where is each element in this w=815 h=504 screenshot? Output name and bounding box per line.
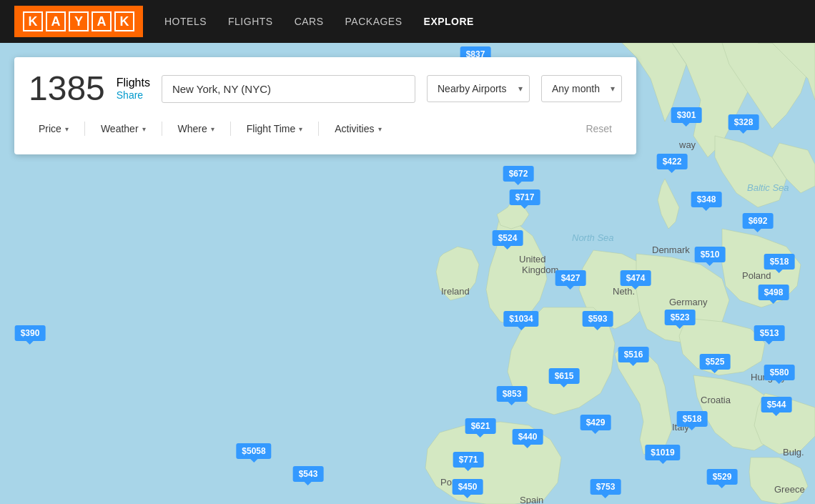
price-badge[interactable]: $390	[15, 325, 46, 341]
price-badge[interactable]: $523	[665, 310, 696, 325]
activities-filter[interactable]: Activities ▾	[325, 117, 391, 140]
price-badge[interactable]: $429	[581, 415, 611, 430]
where-chevron-icon: ▾	[211, 125, 214, 133]
where-label: Where	[178, 123, 207, 134]
price-badge[interactable]: $450	[453, 479, 483, 495]
price-badge[interactable]: $621	[465, 418, 496, 434]
filter-row: Price ▾ Weather ▾ Where ▾ Flight Time ▾ …	[29, 117, 622, 140]
search-panel: 1385 Flights Share Nearby Airports Any m…	[14, 57, 636, 154]
price-badge[interactable]: $498	[759, 285, 789, 300]
nav-hotels[interactable]: HOTELS	[164, 16, 207, 27]
activities-chevron-icon: ▾	[378, 125, 382, 133]
price-badge[interactable]: $753	[591, 479, 621, 495]
logo-y: Y	[69, 11, 89, 31]
reset-button[interactable]: Reset	[576, 117, 622, 140]
price-badge[interactable]: $525	[700, 354, 731, 370]
divider-2	[162, 122, 162, 136]
price-badge[interactable]: $518	[764, 254, 795, 270]
logo-a2: A	[92, 11, 112, 31]
price-badge[interactable]: $510	[695, 247, 726, 262]
weather-chevron-icon: ▾	[142, 125, 146, 133]
flight-time-chevron-icon: ▾	[299, 125, 302, 133]
price-badge[interactable]: $427	[555, 270, 586, 286]
divider-4	[318, 122, 319, 136]
flights-label-group: Flights Share	[117, 76, 150, 101]
price-badge[interactable]: $516	[618, 347, 649, 362]
divider-3	[230, 122, 231, 136]
price-badge[interactable]: $328	[728, 114, 759, 130]
price-badge[interactable]: $1019	[645, 445, 680, 460]
nav-links: HOTELS FLIGHTS CARS PACKAGES EXPLORE	[164, 16, 474, 27]
any-month-dropdown-wrap: Any month	[541, 75, 622, 102]
price-badge[interactable]: $672	[503, 166, 534, 182]
weather-filter[interactable]: Weather ▾	[91, 117, 156, 140]
logo-a1: A	[46, 11, 66, 31]
weather-label: Weather	[101, 123, 139, 134]
price-badge[interactable]: $544	[761, 397, 792, 412]
any-month-select[interactable]: Any month	[541, 75, 622, 102]
origin-input[interactable]	[162, 75, 415, 103]
flights-text: Flights	[117, 76, 150, 89]
price-badge[interactable]: $717	[510, 189, 540, 205]
price-chevron-icon: ▾	[65, 125, 69, 133]
nearby-airports-dropdown-wrap: Nearby Airports	[427, 75, 530, 102]
flight-time-filter[interactable]: Flight Time ▾	[237, 117, 312, 140]
price-badge[interactable]: $580	[764, 365, 795, 380]
nav-flights[interactable]: FLIGHTS	[228, 16, 273, 27]
price-badge[interactable]: $422	[657, 154, 688, 169]
price-filter[interactable]: Price ▾	[29, 117, 79, 140]
price-badge[interactable]: $543	[293, 466, 324, 482]
navigation: K A Y A K HOTELS FLIGHTS CARS PACKAGES E…	[0, 0, 815, 43]
activities-label: Activities	[335, 123, 374, 134]
price-badge[interactable]: $529	[707, 469, 738, 485]
divider-1	[84, 122, 85, 136]
price-label: Price	[39, 123, 61, 134]
price-badge[interactable]: $593	[583, 311, 613, 327]
logo[interactable]: K A Y A K	[14, 6, 143, 37]
logo-k: K	[23, 11, 43, 31]
nav-cars[interactable]: CARS	[295, 16, 324, 27]
nearby-airports-select[interactable]: Nearby Airports	[427, 75, 530, 102]
price-badge[interactable]: $5058	[236, 443, 271, 459]
price-badge[interactable]: $853	[497, 386, 528, 402]
price-badge[interactable]: $474	[621, 270, 651, 286]
price-badge[interactable]: $692	[743, 213, 774, 229]
price-badge[interactable]: $518	[677, 411, 708, 427]
price-badge[interactable]: $1034	[503, 311, 538, 327]
price-badge[interactable]: $513	[754, 325, 785, 341]
share-link[interactable]: Share	[117, 89, 150, 101]
where-filter[interactable]: Where ▾	[168, 117, 224, 140]
nav-explore[interactable]: EXPLORE	[424, 16, 474, 27]
price-badge[interactable]: $615	[549, 368, 580, 384]
price-badge[interactable]: $440	[513, 429, 543, 445]
nav-packages[interactable]: PACKAGES	[345, 16, 402, 27]
logo-k2: K	[114, 11, 134, 31]
price-badge[interactable]: $301	[671, 107, 702, 123]
price-badge[interactable]: $771	[453, 452, 484, 468]
flight-time-label: Flight Time	[247, 123, 295, 134]
price-badge[interactable]: $524	[493, 230, 523, 246]
price-badge[interactable]: $348	[691, 192, 722, 207]
flight-count: 1385	[29, 71, 105, 106]
